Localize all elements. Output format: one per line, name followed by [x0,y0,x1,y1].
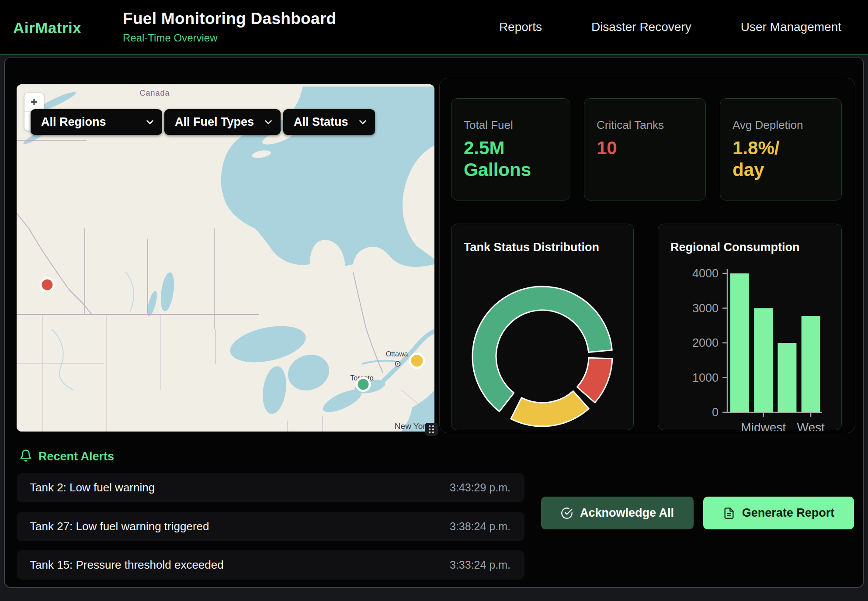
tank-status-donut-chart [451,259,634,431]
alert-list-item[interactable]: Tank 27: Low fuel warning triggered 3:38… [17,512,524,541]
donut-chart-title: Tank Status Distribution [464,241,599,254]
fuel-type-filter-value: All Fuel Types [175,115,254,129]
fuel-monitoring-dashboard: AirMatrix Fuel Monitoring Dashboard Real… [0,0,868,601]
stat-value: 2.5MGallons [464,137,559,180]
chevron-down-icon [359,120,366,124]
alert-text: Tank 27: Low fuel warning triggered [30,520,209,533]
regional-consumption-card: Regional Consumption 01000200030004000Mi… [658,224,842,430]
donut-segment-yellow [511,391,589,426]
stat-value: 1.8%/day [733,137,830,180]
alert-text: Tank 15: Pressure threshold exceeded [30,558,224,572]
y-tick-label: 0 [712,406,719,419]
brand-logo: AirMatrix [13,19,81,37]
donut-segment-red [577,358,612,402]
document-icon [723,507,735,519]
alerts-heading: Recent Alerts [19,449,114,464]
stat-label: Total Fuel [464,118,559,132]
y-tick-label: 3000 [692,302,719,315]
fuel-type-filter-dropdown[interactable]: All Fuel Types [164,109,281,135]
alerts-heading-text: Recent Alerts [38,450,114,463]
map-container[interactable]: Canada Ottawa Toronto New York + − All R… [17,84,434,432]
header: AirMatrix Fuel Monitoring Dashboard Real… [0,0,868,55]
x-tick-label: West [797,421,824,431]
alert-timestamp: 3:43:29 p.m. [450,481,510,494]
nav-user-management[interactable]: User Management [741,20,841,34]
nav-disaster-recovery[interactable]: Disaster Recovery [591,20,691,34]
stat-value: 10 [597,137,694,159]
map-resize-grip-icon[interactable] [425,423,438,436]
acknowledge-all-label: Acknowledge All [580,506,674,520]
stat-card-total-fuel: Total Fuel 2.5MGallons [451,98,570,200]
chevron-down-icon [265,120,272,124]
region-filter-value: All Regions [41,115,106,129]
tank-status-card: Tank Status Distribution [451,224,634,430]
nav-reports[interactable]: Reports [499,20,542,34]
stat-card-critical-tanks: Critical Tanks 10 [584,98,706,200]
tank-marker-normal[interactable] [357,378,370,391]
status-filter-dropdown[interactable]: All Status [283,109,375,135]
alert-timestamp: 3:38:24 p.m. [450,520,510,533]
generate-report-label: Generate Report [742,506,835,520]
bell-icon [19,449,32,464]
bar-region-3 [802,316,820,412]
chevron-down-icon [146,120,153,124]
stat-card-avg-depletion: Avg Depletion 1.8%/day [720,98,842,200]
bar-region-1 [754,308,773,413]
region-filter-dropdown[interactable]: All Regions [31,109,162,135]
alert-list-item[interactable]: Tank 2: Low fuel warning 3:43:29 p.m. [17,473,524,502]
x-tick-label: Midwest [741,421,786,431]
check-circle-icon [561,507,573,519]
regional-consumption-bar-chart: 01000200030004000MidwestWest [658,224,842,431]
status-filter-value: All Status [294,115,348,129]
map-label-ottawa: Ottawa [386,350,408,358]
y-tick-label: 1000 [692,371,719,384]
page-subtitle: Real-Time Overview [123,32,336,44]
map-canvas[interactable]: Canada Ottawa Toronto New York [17,84,434,432]
alert-text: Tank 2: Low fuel warning [30,481,155,494]
acknowledge-all-button[interactable]: Acknowledge All [541,497,694,529]
y-tick-label: 2000 [692,336,719,349]
alert-list-item[interactable]: Tank 15: Pressure threshold exceeded 3:3… [17,550,524,580]
generate-report-button[interactable]: Generate Report [703,497,854,529]
alert-timestamp: 3:33:24 p.m. [450,559,510,571]
tank-marker-critical[interactable] [41,278,54,291]
ottawa-town-icon [396,362,400,366]
map-label-canada: Canada [139,89,170,97]
title-block: Fuel Monitoring Dashboard Real-Time Over… [123,10,336,44]
y-tick-label: 4000 [692,267,719,280]
stat-label: Avg Depletion [733,118,830,132]
main-nav: Reports Disaster Recovery User Managemen… [499,0,841,54]
tank-marker-warning[interactable] [410,354,424,368]
map-zoom-in-button[interactable]: + [24,93,44,111]
page-title: Fuel Monitoring Dashboard [123,10,336,28]
bar-region-0 [730,273,749,412]
bar-region-2 [778,343,796,412]
stat-label: Critical Tanks [597,118,694,132]
